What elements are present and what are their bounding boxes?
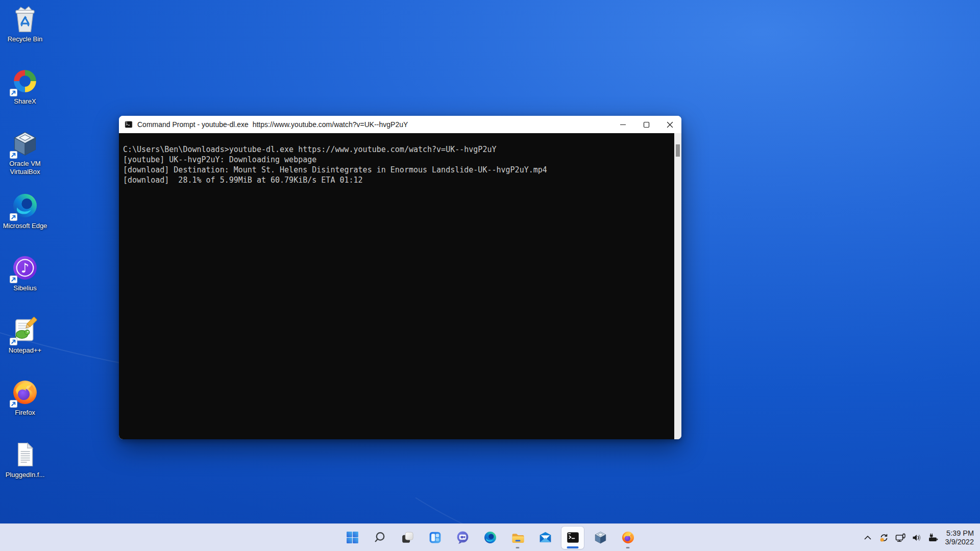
network-tray-button[interactable] <box>892 528 909 548</box>
taskbar-center-icons <box>0 524 980 551</box>
desktop-icon-label: Firefox <box>15 409 35 417</box>
close-icon <box>667 121 673 128</box>
firefox-icon <box>621 530 635 545</box>
taskbar: 5:39 PM 3/9/2022 <box>0 523 980 551</box>
terminal-line: [youtube] UK--hvgP2uY: Downloading webpa… <box>123 155 674 165</box>
volume-icon <box>911 532 922 543</box>
terminal-output[interactable]: C:\Users\Ben\Downloads>youtube-dl.exe ht… <box>119 133 674 439</box>
desktop-icon-virtualbox[interactable]: Oracle VM VirtualBox <box>1 129 49 191</box>
chat-icon <box>455 530 470 545</box>
command-prompt-icon <box>566 530 580 545</box>
close-button[interactable] <box>658 116 681 133</box>
terminal-line: [download] 28.1% of 5.99MiB at 60.79KiB/… <box>123 175 674 185</box>
minimize-icon <box>620 121 626 128</box>
search-button[interactable] <box>369 527 391 549</box>
window-title: Command Prompt - youtube-dl.exe https://… <box>137 120 611 129</box>
document-icon <box>10 440 40 469</box>
notepad-plus-plus-icon <box>10 315 40 345</box>
maximize-icon <box>643 121 650 128</box>
shortcut-arrow-icon <box>10 89 17 96</box>
window-titlebar[interactable]: Command Prompt - youtube-dl.exe https://… <box>119 116 681 133</box>
virtualbox-icon <box>10 129 40 158</box>
active-window-indicator <box>567 546 579 548</box>
widgets-icon <box>428 530 443 545</box>
desktop-icon-label: Sibelius <box>13 284 37 292</box>
desktop-icon-label: PluggedIn.f... <box>6 471 45 479</box>
system-tray: 5:39 PM 3/9/2022 <box>860 524 980 551</box>
desktop-icon-sibelius[interactable]: Sibelius <box>1 253 49 315</box>
sync-icon <box>878 532 890 543</box>
battery-icon <box>927 532 939 543</box>
edge-taskbar-button[interactable] <box>479 527 501 549</box>
terminal-area: C:\Users\Ben\Downloads>youtube-dl.exe ht… <box>119 133 681 439</box>
file-explorer-icon <box>510 530 525 545</box>
search-icon <box>373 530 387 545</box>
desktop-icon-sharex[interactable]: ShareX <box>1 66 49 129</box>
command-prompt-app-icon <box>124 120 133 129</box>
desktop-icon-label: Microsoft Edge <box>3 222 47 230</box>
sync-tray-button[interactable] <box>876 528 892 548</box>
desktop-icon-column: Recycle Bin ShareX Oracle VM VirtualBox … <box>1 4 49 502</box>
virtualbox-icon <box>593 530 608 545</box>
shortcut-arrow-icon <box>10 400 17 408</box>
desktop-icon-label: Recycle Bin <box>8 35 43 43</box>
desktop-icon-label: Notepad++ <box>9 346 41 355</box>
recycle-bin-icon <box>10 4 40 34</box>
shortcut-arrow-icon <box>10 338 17 345</box>
sharex-icon <box>10 66 40 96</box>
shortcut-arrow-icon <box>10 151 17 159</box>
network-icon <box>895 532 906 543</box>
minimize-button[interactable] <box>611 116 634 133</box>
desktop: { "desktop": { "icons": [ { "name": "rec… <box>0 0 980 551</box>
clock-time: 5:39 PM <box>946 529 974 538</box>
volume-tray-button[interactable] <box>909 528 925 548</box>
mail-taskbar-button[interactable] <box>534 527 556 549</box>
terminal-line: C:\Users\Ben\Downloads>youtube-dl.exe ht… <box>123 144 674 155</box>
terminal-scrollbar[interactable] <box>674 133 681 439</box>
terminal-line: [download] Destination: Mount St. Helens… <box>123 165 674 175</box>
desktop-icon-notepad-plus-plus[interactable]: Notepad++ <box>1 315 49 378</box>
sibelius-icon <box>10 253 40 283</box>
command-prompt-taskbar-button[interactable] <box>561 527 584 549</box>
mail-icon <box>538 530 553 545</box>
edge-icon <box>10 191 40 220</box>
shortcut-arrow-icon <box>10 213 17 221</box>
edge-icon <box>483 530 498 545</box>
desktop-icon-label: ShareX <box>14 97 36 106</box>
scrollbar-thumb[interactable] <box>676 144 680 157</box>
desktop-icon-pluggedin-file[interactable]: PluggedIn.f... <box>1 440 49 502</box>
window-controls <box>611 116 681 133</box>
widgets-button[interactable] <box>424 527 446 549</box>
clock-date: 3/9/2022 <box>945 538 974 546</box>
start-button[interactable] <box>341 527 363 549</box>
running-indicator <box>516 547 520 548</box>
show-hidden-icons-button[interactable] <box>860 528 876 548</box>
chevron-up-icon <box>862 532 873 543</box>
shortcut-arrow-icon <box>10 276 17 283</box>
desktop-icon-recycle-bin[interactable]: Recycle Bin <box>1 4 49 66</box>
clock[interactable]: 5:39 PM 3/9/2022 <box>945 529 974 546</box>
chat-button[interactable] <box>451 527 474 549</box>
maximize-button[interactable] <box>634 116 658 133</box>
desktop-icon-edge[interactable]: Microsoft Edge <box>1 191 49 253</box>
command-prompt-window: Command Prompt - youtube-dl.exe https://… <box>119 116 681 439</box>
desktop-icon-firefox[interactable]: Firefox <box>1 378 49 440</box>
task-view-button[interactable] <box>396 527 419 549</box>
task-view-icon <box>400 530 415 545</box>
firefox-icon <box>10 378 40 407</box>
desktop-icon-label: Oracle VM VirtualBox <box>2 160 48 177</box>
battery-tray-button[interactable] <box>925 528 941 548</box>
start-icon <box>345 530 360 545</box>
virtualbox-taskbar-button[interactable] <box>589 527 611 549</box>
file-explorer-taskbar-button[interactable] <box>506 527 529 549</box>
running-indicator <box>626 547 630 548</box>
firefox-taskbar-button[interactable] <box>617 527 639 549</box>
